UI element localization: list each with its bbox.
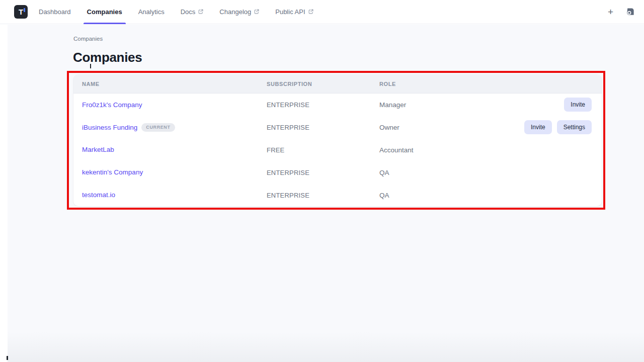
table-header-row: NAME SUBSCRIPTION ROLE bbox=[73, 75, 602, 94]
current-badge: CURRENT bbox=[141, 123, 175, 132]
table-row: iBusiness Funding CURRENT ENTERPRISE Own… bbox=[73, 116, 602, 139]
table-row: kekentin's Company ENTERPRISE QA bbox=[73, 161, 602, 184]
cursor-artifact bbox=[7, 356, 8, 360]
role-value: QA bbox=[379, 192, 389, 199]
external-link-icon bbox=[198, 9, 203, 14]
subscription-cell: ENTERPRISE bbox=[267, 100, 379, 109]
role-value: Manager bbox=[379, 101, 406, 109]
column-header-name: NAME bbox=[73, 81, 267, 87]
nav-item-label: Analytics bbox=[138, 8, 165, 16]
name-cell: testomat.io bbox=[73, 191, 267, 199]
nav-item-public-api[interactable]: Public API bbox=[275, 0, 313, 24]
name-cell: Fro0z1k's Company bbox=[73, 101, 267, 109]
company-name-link[interactable]: MarketLab bbox=[82, 146, 114, 153]
invite-button[interactable]: Invite bbox=[564, 98, 592, 112]
subscription-value: ENTERPRISE bbox=[267, 124, 309, 131]
nav-item-label: Public API bbox=[275, 8, 305, 16]
role-cell: QA bbox=[379, 191, 491, 200]
subscription-value: ENTERPRISE bbox=[267, 192, 309, 199]
logo-letter: T bbox=[19, 8, 23, 16]
nav-item-changelog[interactable]: Changelog bbox=[219, 0, 259, 24]
company-name-link[interactable]: kekentin's Company bbox=[82, 168, 143, 176]
top-navigation-bar: T Dashboard Companies Analytics Docs Cha… bbox=[0, 0, 644, 24]
company-name-link[interactable]: testomat.io bbox=[82, 191, 115, 199]
company-name-link[interactable]: Fro0z1k's Company bbox=[82, 101, 142, 109]
main-nav: Dashboard Companies Analytics Docs Chang… bbox=[39, 0, 313, 24]
role-cell: Manager bbox=[379, 100, 491, 109]
role-value: QA bbox=[379, 169, 389, 176]
external-link-icon bbox=[308, 9, 313, 14]
subscription-value: FREE bbox=[267, 146, 284, 154]
column-header-role: ROLE bbox=[379, 81, 491, 87]
table-row: testomat.io ENTERPRISE QA bbox=[73, 184, 602, 206]
company-name-link[interactable]: iBusiness Funding bbox=[82, 124, 137, 131]
nav-item-label: Docs bbox=[181, 8, 196, 16]
role-cell: Accountant bbox=[379, 145, 491, 154]
table-row: Fro0z1k's Company ENTERPRISE Manager Inv… bbox=[73, 94, 602, 116]
row-actions: InviteSettings bbox=[491, 120, 602, 134]
table-row: MarketLab FREE Accountant bbox=[73, 139, 602, 161]
plus-icon[interactable]: + bbox=[608, 7, 613, 17]
companies-table-body: Fro0z1k's Company ENTERPRISE Manager Inv… bbox=[73, 94, 602, 206]
app-root: T Dashboard Companies Analytics Docs Cha… bbox=[0, 0, 644, 362]
cursor-artifact bbox=[90, 64, 91, 68]
subscription-value: ENTERPRISE bbox=[267, 169, 309, 176]
avatar-icon[interactable] bbox=[625, 7, 635, 17]
subscription-cell: ENTERPRISE bbox=[267, 123, 379, 132]
role-value: Owner bbox=[379, 124, 399, 131]
nav-item-companies[interactable]: Companies bbox=[87, 0, 122, 24]
subscription-cell: FREE bbox=[267, 145, 379, 154]
subscription-value: ENTERPRISE bbox=[267, 101, 309, 109]
settings-button[interactable]: Settings bbox=[557, 120, 592, 134]
role-value: Accountant bbox=[379, 146, 414, 154]
topbar-right: + bbox=[608, 0, 635, 24]
content-area: Companies Companies NAME SUBSCRIPTION RO… bbox=[8, 25, 644, 362]
companies-table: NAME SUBSCRIPTION ROLE Fro0z1k's Company… bbox=[73, 75, 602, 206]
subscription-cell: ENTERPRISE bbox=[267, 191, 379, 200]
role-cell: QA bbox=[379, 168, 491, 177]
nav-item-docs[interactable]: Docs bbox=[181, 0, 204, 24]
external-link-icon bbox=[254, 9, 259, 14]
column-header-subscription: SUBSCRIPTION bbox=[267, 81, 379, 87]
invite-button[interactable]: Invite bbox=[524, 120, 552, 134]
nav-item-label: Companies bbox=[87, 8, 122, 16]
name-cell: MarketLab bbox=[73, 146, 267, 153]
name-cell: kekentin's Company bbox=[73, 168, 267, 176]
nav-item-label: Changelog bbox=[219, 8, 251, 16]
role-cell: Owner bbox=[379, 123, 491, 132]
page-title: Companies bbox=[73, 50, 142, 65]
subscription-cell: ENTERPRISE bbox=[267, 168, 379, 177]
logo-accent-mark bbox=[24, 8, 25, 12]
nav-item-analytics[interactable]: Analytics bbox=[138, 0, 165, 24]
name-cell: iBusiness Funding CURRENT bbox=[73, 123, 267, 132]
row-actions: Invite bbox=[491, 98, 602, 112]
nav-item-dashboard[interactable]: Dashboard bbox=[39, 0, 71, 24]
app-logo[interactable]: T bbox=[14, 5, 28, 19]
breadcrumb[interactable]: Companies bbox=[73, 36, 103, 42]
nav-item-label: Dashboard bbox=[39, 8, 71, 16]
